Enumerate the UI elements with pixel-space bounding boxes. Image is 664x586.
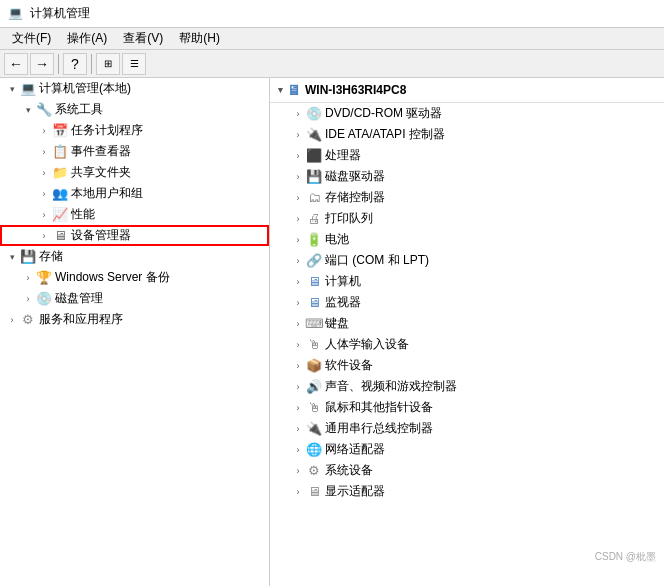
right-item-label-7: 端口 (COM 和 LPT) bbox=[325, 252, 429, 269]
right-item-16[interactable]: ›🌐网络适配器 bbox=[270, 439, 664, 460]
expand-icon-shared-folders[interactable]: › bbox=[36, 165, 52, 181]
back-button[interactable]: ← bbox=[4, 53, 28, 75]
node-icon-computer-mgmt: 💻 bbox=[20, 81, 36, 97]
tree-node-computer-mgmt[interactable]: ▾💻计算机管理(本地) bbox=[0, 78, 269, 99]
expand-icon-sys-tools[interactable]: ▾ bbox=[20, 102, 36, 118]
right-item-3[interactable]: ›💾磁盘驱动器 bbox=[270, 166, 664, 187]
right-expand-icon-11[interactable]: › bbox=[290, 337, 306, 353]
right-item-11[interactable]: ›🖱人体学输入设备 bbox=[270, 334, 664, 355]
right-item-14[interactable]: ›🖱鼠标和其他指针设备 bbox=[270, 397, 664, 418]
right-item-icon-14: 🖱 bbox=[306, 400, 322, 416]
tree-node-sys-tools[interactable]: ▾🔧系统工具 bbox=[0, 99, 269, 120]
separator bbox=[58, 54, 59, 74]
left-panel: ▾💻计算机管理(本地)▾🔧系统工具›📅任务计划程序›📋事件查看器›📁共享文件夹›… bbox=[0, 78, 270, 586]
right-item-icon-2: ⬛ bbox=[306, 148, 322, 164]
expand-icon-services[interactable]: › bbox=[4, 312, 20, 328]
expand-icon-win-backup[interactable]: › bbox=[20, 270, 36, 286]
right-item-18[interactable]: ›🖥显示适配器 bbox=[270, 481, 664, 502]
node-icon-services: ⚙ bbox=[20, 312, 36, 328]
right-item-label-13: 声音、视频和游戏控制器 bbox=[325, 378, 457, 395]
right-item-icon-15: 🔌 bbox=[306, 421, 322, 437]
grid-button[interactable]: ⊞ bbox=[96, 53, 120, 75]
right-expand-icon-13[interactable]: › bbox=[290, 379, 306, 395]
expand-icon-event-viewer[interactable]: › bbox=[36, 144, 52, 160]
right-item-7[interactable]: ›🔗端口 (COM 和 LPT) bbox=[270, 250, 664, 271]
right-item-icon-1: 🔌 bbox=[306, 127, 322, 143]
tree-node-perf[interactable]: ›📈性能 bbox=[0, 204, 269, 225]
right-item-label-15: 通用串行总线控制器 bbox=[325, 420, 433, 437]
node-label-device-mgr: 设备管理器 bbox=[71, 227, 131, 244]
expand-icon-disk-mgmt[interactable]: › bbox=[20, 291, 36, 307]
right-item-0[interactable]: ›💿DVD/CD-ROM 驱动器 bbox=[270, 103, 664, 124]
expand-icon-perf[interactable]: › bbox=[36, 207, 52, 223]
right-expand-icon-12[interactable]: › bbox=[290, 358, 306, 374]
right-item-9[interactable]: ›🖥监视器 bbox=[270, 292, 664, 313]
node-icon-sys-tools: 🔧 bbox=[36, 102, 52, 118]
right-item-icon-11: 🖱 bbox=[306, 337, 322, 353]
node-icon-task-sched: 📅 bbox=[52, 123, 68, 139]
right-item-icon-17: ⚙ bbox=[306, 463, 322, 479]
right-expand-icon-5[interactable]: › bbox=[290, 211, 306, 227]
right-expand-icon-9[interactable]: › bbox=[290, 295, 306, 311]
list-button[interactable]: ☰ bbox=[122, 53, 146, 75]
node-icon-win-backup: 🏆 bbox=[36, 270, 52, 286]
tree-node-task-sched[interactable]: ›📅任务计划程序 bbox=[0, 120, 269, 141]
menu-bar: 文件(F)操作(A)查看(V)帮助(H) bbox=[0, 28, 664, 50]
node-label-event-viewer: 事件查看器 bbox=[71, 143, 131, 160]
tree-node-event-viewer[interactable]: ›📋事件查看器 bbox=[0, 141, 269, 162]
tree-node-disk-mgmt[interactable]: ›💿磁盘管理 bbox=[0, 288, 269, 309]
right-item-2[interactable]: ›⬛处理器 bbox=[270, 145, 664, 166]
help-button[interactable]: ? bbox=[63, 53, 87, 75]
right-item-1[interactable]: ›🔌IDE ATA/ATAPI 控制器 bbox=[270, 124, 664, 145]
right-item-label-8: 计算机 bbox=[325, 273, 361, 290]
expand-icon-local-users[interactable]: › bbox=[36, 186, 52, 202]
right-item-5[interactable]: ›🖨打印队列 bbox=[270, 208, 664, 229]
node-icon-local-users: 👥 bbox=[52, 186, 68, 202]
expand-icon-task-sched[interactable]: › bbox=[36, 123, 52, 139]
tree-node-services[interactable]: ›⚙服务和应用程序 bbox=[0, 309, 269, 330]
menu-item-文件(F)[interactable]: 文件(F) bbox=[4, 28, 59, 49]
right-item-4[interactable]: ›🗂存储控制器 bbox=[270, 187, 664, 208]
node-icon-shared-folders: 📁 bbox=[52, 165, 68, 181]
tree-node-device-mgr[interactable]: ›🖥设备管理器 bbox=[0, 225, 269, 246]
right-item-6[interactable]: ›🔋电池 bbox=[270, 229, 664, 250]
right-item-15[interactable]: ›🔌通用串行总线控制器 bbox=[270, 418, 664, 439]
right-expand-icon-15[interactable]: › bbox=[290, 421, 306, 437]
right-expand-icon-2[interactable]: › bbox=[290, 148, 306, 164]
right-item-8[interactable]: ›🖥计算机 bbox=[270, 271, 664, 292]
menu-item-帮助(H)[interactable]: 帮助(H) bbox=[171, 28, 228, 49]
right-expand-icon-1[interactable]: › bbox=[290, 127, 306, 143]
right-expand-icon-18[interactable]: › bbox=[290, 484, 306, 500]
menu-item-查看(V)[interactable]: 查看(V) bbox=[115, 28, 171, 49]
menu-item-操作(A)[interactable]: 操作(A) bbox=[59, 28, 115, 49]
right-item-13[interactable]: ›🔊声音、视频和游戏控制器 bbox=[270, 376, 664, 397]
header-expand-icon[interactable]: ▾ bbox=[278, 85, 283, 95]
right-expand-icon-8[interactable]: › bbox=[290, 274, 306, 290]
right-expand-icon-17[interactable]: › bbox=[290, 463, 306, 479]
app-icon: 💻 bbox=[8, 6, 24, 22]
expand-icon-device-mgr[interactable]: › bbox=[36, 228, 52, 244]
node-label-disk-mgmt: 磁盘管理 bbox=[55, 290, 103, 307]
tree-node-storage[interactable]: ▾💾存储 bbox=[0, 246, 269, 267]
right-expand-icon-6[interactable]: › bbox=[290, 232, 306, 248]
forward-button[interactable]: → bbox=[30, 53, 54, 75]
right-expand-icon-7[interactable]: › bbox=[290, 253, 306, 269]
right-expand-icon-4[interactable]: › bbox=[290, 190, 306, 206]
right-panel-header: ▾🖥WIN-I3H63RI4PC8 bbox=[270, 78, 664, 103]
right-expand-icon-14[interactable]: › bbox=[290, 400, 306, 416]
tree-node-shared-folders[interactable]: ›📁共享文件夹 bbox=[0, 162, 269, 183]
tree-node-local-users[interactable]: ›👥本地用户和组 bbox=[0, 183, 269, 204]
right-expand-icon-3[interactable]: › bbox=[290, 169, 306, 185]
tree-node-win-backup[interactable]: ›🏆Windows Server 备份 bbox=[0, 267, 269, 288]
right-item-12[interactable]: ›📦软件设备 bbox=[270, 355, 664, 376]
right-item-label-18: 显示适配器 bbox=[325, 483, 385, 500]
right-item-17[interactable]: ›⚙系统设备 bbox=[270, 460, 664, 481]
right-expand-icon-0[interactable]: › bbox=[290, 106, 306, 122]
right-item-icon-7: 🔗 bbox=[306, 253, 322, 269]
right-item-10[interactable]: ›⌨键盘 bbox=[270, 313, 664, 334]
expand-icon-computer-mgmt[interactable]: ▾ bbox=[4, 81, 20, 97]
node-label-task-sched: 任务计划程序 bbox=[71, 122, 143, 139]
expand-icon-storage[interactable]: ▾ bbox=[4, 249, 20, 265]
right-item-label-5: 打印队列 bbox=[325, 210, 373, 227]
right-expand-icon-16[interactable]: › bbox=[290, 442, 306, 458]
